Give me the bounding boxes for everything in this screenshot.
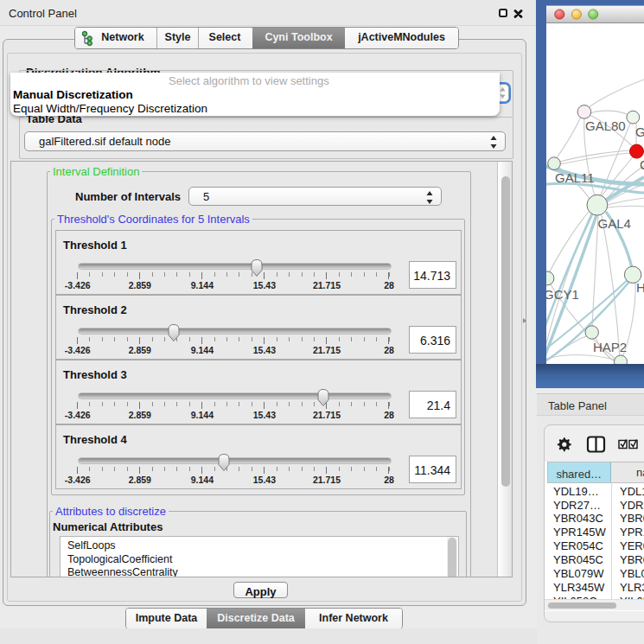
svg-text:GAL80: GAL80 [585,118,626,133]
svg-text:GAL11: GAL11 [555,170,595,185]
svg-text:GCY1: GCY1 [546,287,579,302]
svg-text:CA: CA [640,157,644,172]
svg-text:H: H [636,280,644,295]
svg-text:GA: GA [635,124,644,139]
svg-text:GAL4: GAL4 [598,216,631,231]
svg-text:HAP2: HAP2 [593,340,627,354]
